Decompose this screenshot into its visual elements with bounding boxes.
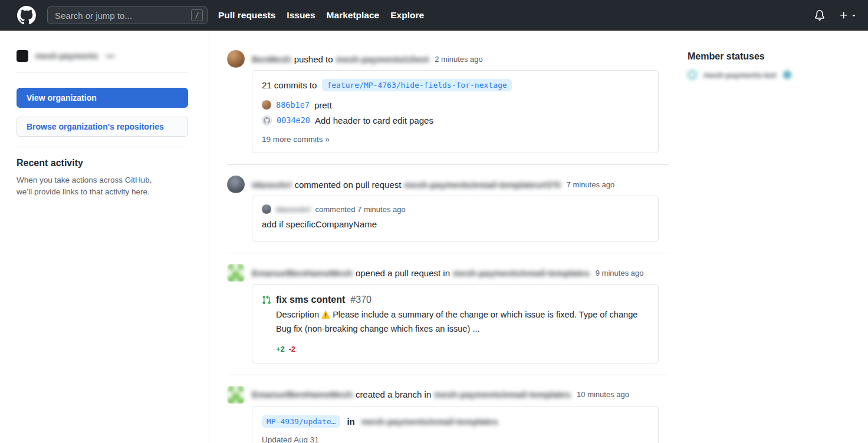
nav-issues[interactable]: Issues bbox=[287, 10, 315, 21]
notifications-button[interactable] bbox=[814, 10, 825, 21]
member-statuses-panel: Member statuses mesh-payments-bot bbox=[659, 31, 868, 443]
deletions-count: -2 bbox=[288, 345, 295, 353]
avatar-image bbox=[227, 264, 245, 282]
actor-avatar[interactable] bbox=[227, 264, 245, 282]
org-switcher[interactable]: mesh-payments bbox=[17, 50, 188, 62]
action-text: created a branch in bbox=[356, 389, 431, 399]
view-organization-button[interactable]: View organization bbox=[17, 88, 188, 108]
branch-line: MP-4939/update… in mesh-payments/email-t… bbox=[262, 415, 649, 428]
nav-marketplace[interactable]: Marketplace bbox=[327, 10, 380, 21]
member-status-row[interactable]: mesh-payments-bot bbox=[688, 70, 868, 80]
comment-meta: idanoshri commented 7 minutes ago bbox=[262, 204, 649, 214]
recent-activity-heading: Recent activity bbox=[17, 158, 188, 168]
main-nav: Pull requests Issues Marketplace Explore bbox=[218, 10, 424, 21]
feed-item-header: idanoshri commented on pull request mesh… bbox=[252, 176, 659, 193]
feed-item-branch: EmanuelBenHamoMesh created a branch in m… bbox=[227, 386, 659, 443]
diffstat: +2 -2 bbox=[276, 345, 649, 353]
pr-description-prefix: Description bbox=[276, 310, 319, 319]
actor-link[interactable]: BenMesh bbox=[252, 54, 291, 64]
avatar-image bbox=[262, 100, 271, 110]
feed-divider bbox=[227, 375, 669, 375]
member-statuses-heading: Member statuses bbox=[688, 51, 868, 62]
comment-card: idanoshri commented 7 minutes ago add if… bbox=[252, 196, 659, 242]
feed-item-push: BenMesh pushed to mesh-payments/client 2… bbox=[227, 50, 659, 153]
pull-request-icon bbox=[262, 295, 271, 305]
default-committer-icon bbox=[262, 115, 272, 125]
pr-number: #370 bbox=[350, 295, 371, 305]
branch-card: MP-4939/update… in mesh-payments/email-t… bbox=[252, 406, 659, 443]
pr-title-row: fix sms content #370 bbox=[262, 295, 649, 305]
sidebar-divider bbox=[17, 147, 188, 147]
actor-link[interactable]: EmanuelBenHamoMesh bbox=[252, 389, 353, 399]
in-label: in bbox=[347, 416, 354, 427]
nav-pull-requests[interactable]: Pull requests bbox=[218, 10, 275, 21]
commit-row: 0034e20 Add header to card edit pages bbox=[262, 113, 649, 128]
commenter-avatar[interactable] bbox=[262, 204, 271, 214]
committer-avatar[interactable] bbox=[262, 100, 271, 110]
plus-icon bbox=[839, 11, 849, 20]
pull-request-link[interactable]: mesh-payments/email-templates#370 bbox=[404, 180, 560, 190]
branch-updated-text: Updated Aug 31 bbox=[262, 435, 649, 443]
sidebar-divider bbox=[17, 72, 188, 72]
commit-list: 886b1e7 prett 0034e20 Add header to card… bbox=[262, 97, 649, 128]
member-avatar bbox=[688, 70, 697, 80]
browse-repositories-button[interactable]: Browse organization's repositories bbox=[17, 117, 188, 137]
commit-sha-link[interactable]: 886b1e7 bbox=[276, 100, 310, 110]
member-name: mesh-payments-bot bbox=[703, 71, 777, 80]
dashboard-sidebar: mesh-payments View organization Browse o… bbox=[0, 31, 209, 443]
repo-link[interactable]: mesh-payments/email-templates bbox=[434, 389, 571, 399]
pr-description: Description Please include a summary of … bbox=[276, 309, 649, 336]
pr-title-link[interactable]: fix sms content bbox=[276, 295, 345, 305]
feed-item-pull-request: EmanuelBenHamoMesh opened a pull request… bbox=[227, 264, 659, 363]
nav-explore[interactable]: Explore bbox=[390, 10, 424, 21]
additions-count: +2 bbox=[276, 345, 285, 353]
actor-link[interactable]: idanoshri bbox=[252, 180, 292, 190]
create-new-button[interactable] bbox=[839, 11, 857, 20]
timestamp: 10 minutes ago bbox=[577, 390, 629, 399]
avatar-image bbox=[227, 176, 245, 193]
octocat-icon bbox=[264, 117, 270, 124]
pull-request-card: fix sms content #370 Description Please … bbox=[252, 284, 659, 363]
bell-icon bbox=[814, 10, 825, 21]
action-text: opened a pull request in bbox=[356, 268, 450, 278]
status-emoji-icon bbox=[783, 71, 791, 79]
slash-shortcut-badge: / bbox=[191, 9, 203, 21]
actor-avatar[interactable] bbox=[227, 176, 245, 193]
comment-body[interactable]: add if specificCompanyName bbox=[262, 219, 649, 229]
action-text: commented on pull request bbox=[295, 180, 402, 190]
timestamp: 9 minutes ago bbox=[596, 269, 644, 277]
recent-activity-text: When you take actions across GitHub, we’… bbox=[17, 174, 169, 197]
actor-avatar[interactable] bbox=[227, 386, 245, 404]
github-mark-icon bbox=[17, 6, 36, 25]
github-logo[interactable] bbox=[17, 6, 36, 25]
repo-link[interactable]: mesh-payments/email-templates bbox=[361, 416, 498, 427]
timestamp: 7 minutes ago bbox=[567, 180, 615, 189]
caret-down-icon bbox=[850, 12, 857, 19]
branch-link[interactable]: feature/MP-4763/hide-fields-for-nextage bbox=[322, 79, 511, 91]
feed-item-header: EmanuelBenHamoMesh opened a pull request… bbox=[252, 264, 659, 282]
repo-link[interactable]: mesh-payments/client bbox=[336, 54, 429, 64]
feed-divider bbox=[227, 253, 669, 253]
feed-item-header: EmanuelBenHamoMesh created a branch in m… bbox=[252, 386, 659, 404]
more-commits-link[interactable]: 19 more commits » bbox=[262, 135, 330, 144]
actor-link[interactable]: EmanuelBenHamoMesh bbox=[252, 268, 353, 278]
commits-count-text: 21 commits to bbox=[262, 80, 317, 90]
actor-avatar[interactable] bbox=[227, 50, 245, 68]
commit-message: Add header to card edit pages bbox=[315, 115, 433, 125]
feed-item-header: BenMesh pushed to mesh-payments/client 2… bbox=[252, 50, 659, 68]
org-avatar bbox=[17, 50, 28, 62]
comment-time-text: commented 7 minutes ago bbox=[315, 205, 406, 214]
commit-sha-link[interactable]: 0034e20 bbox=[277, 115, 310, 125]
repo-link[interactable]: mesh-payments/email-templates bbox=[453, 268, 590, 278]
branch-link[interactable]: MP-4939/update… bbox=[262, 415, 340, 428]
org-name: mesh-payments bbox=[35, 51, 98, 61]
commenter-link[interactable]: idanoshri bbox=[276, 205, 311, 214]
avatar-image bbox=[262, 204, 271, 214]
commits-summary: 21 commits to feature/MP-4763/hide-field… bbox=[262, 79, 649, 91]
timestamp: 2 minutes ago bbox=[435, 55, 483, 64]
search-input[interactable]: Search or jump to... / bbox=[47, 6, 208, 24]
search-placeholder: Search or jump to... bbox=[55, 11, 191, 21]
activity-feed: BenMesh pushed to mesh-payments/client 2… bbox=[209, 31, 659, 443]
avatar-image bbox=[227, 386, 245, 404]
header-actions bbox=[814, 10, 857, 21]
